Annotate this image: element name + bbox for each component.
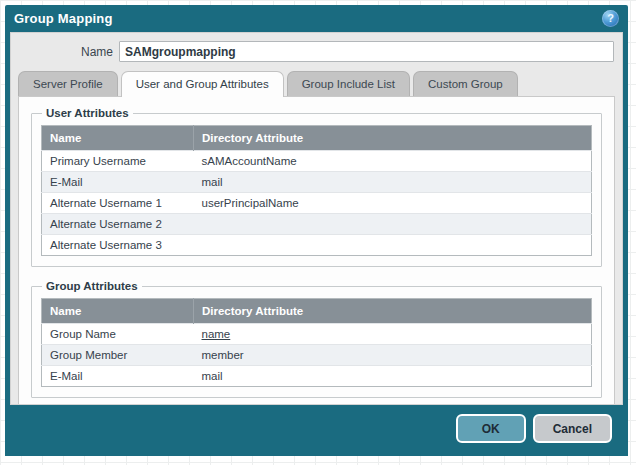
attribute-name-cell: E-Mail (42, 366, 194, 387)
table-row[interactable]: Group Namename (42, 324, 592, 345)
directory-attribute-cell[interactable]: userPrincipalName (194, 193, 592, 214)
directory-attribute-cell[interactable]: mail (194, 366, 592, 387)
table-row[interactable]: Alternate Username 2 (42, 214, 592, 235)
table-row[interactable]: E-Mailmail (42, 172, 592, 193)
directory-attribute-cell[interactable]: mail (194, 172, 592, 193)
name-row: Name (11, 41, 614, 62)
column-header-directory-attribute: Directory Attribute (194, 126, 592, 151)
group-attributes-legend: Group Attributes (42, 280, 142, 292)
directory-attribute-cell[interactable]: name (194, 324, 592, 345)
help-icon[interactable]: ? (602, 10, 619, 27)
tab-user-and-group-attributes[interactable]: User and Group Attributes (121, 71, 284, 97)
table-row[interactable]: Alternate Username 3 (42, 235, 592, 256)
user-attributes-section: User Attributes Name Directory Attribute… (31, 107, 602, 267)
dialog-titlebar: Group Mapping ? (5, 5, 628, 32)
directory-attribute-cell[interactable]: sAMAccountName (194, 151, 592, 172)
tab-group-include-list[interactable]: Group Include List (287, 71, 410, 96)
group-attributes-section: Group Attributes Name Directory Attribut… (31, 280, 602, 398)
attribute-name-cell: Group Member (42, 345, 194, 366)
attribute-name-cell: Primary Username (42, 151, 194, 172)
page-background: Group Mapping ? Name Server Profile User… (0, 0, 636, 465)
column-header-name: Name (42, 299, 194, 324)
directory-attribute-link[interactable]: name (202, 328, 231, 340)
table-row[interactable]: Group Membermember (42, 345, 592, 366)
attribute-name-cell: Alternate Username 1 (42, 193, 194, 214)
attribute-name-cell: Alternate Username 2 (42, 214, 194, 235)
tab-bar: Server Profile User and Group Attributes… (18, 71, 614, 96)
dialog-footer: OK Cancel (5, 405, 628, 456)
ok-button[interactable]: OK (456, 414, 526, 443)
attribute-name-cell: Alternate Username 3 (42, 235, 194, 256)
table-header-row: Name Directory Attribute (42, 126, 592, 151)
group-mapping-dialog: Group Mapping ? Name Server Profile User… (5, 5, 628, 456)
directory-attribute-cell[interactable] (194, 214, 592, 235)
tab-panel: User Attributes Name Directory Attribute… (18, 96, 615, 405)
cancel-button[interactable]: Cancel (533, 414, 612, 443)
name-label: Name (11, 45, 119, 59)
table-row[interactable]: Alternate Username 1userPrincipalName (42, 193, 592, 214)
name-input[interactable] (119, 41, 614, 62)
user-attributes-table: Name Directory Attribute Primary Usernam… (41, 125, 592, 256)
table-row[interactable]: Primary UsernamesAMAccountName (42, 151, 592, 172)
attribute-name-cell: Group Name (42, 324, 194, 345)
dialog-title: Group Mapping (14, 11, 113, 26)
attribute-name-cell: E-Mail (42, 172, 194, 193)
group-attributes-table: Name Directory Attribute Group NamenameG… (41, 298, 592, 387)
user-attributes-legend: User Attributes (42, 107, 133, 119)
column-header-directory-attribute: Directory Attribute (194, 299, 592, 324)
column-header-name: Name (42, 126, 194, 151)
directory-attribute-cell[interactable] (194, 235, 592, 256)
table-row[interactable]: E-Mailmail (42, 366, 592, 387)
tab-custom-group[interactable]: Custom Group (413, 71, 518, 96)
tab-server-profile[interactable]: Server Profile (18, 71, 118, 96)
dialog-body: Name Server Profile User and Group Attri… (10, 32, 623, 405)
table-header-row: Name Directory Attribute (42, 299, 592, 324)
directory-attribute-cell[interactable]: member (194, 345, 592, 366)
